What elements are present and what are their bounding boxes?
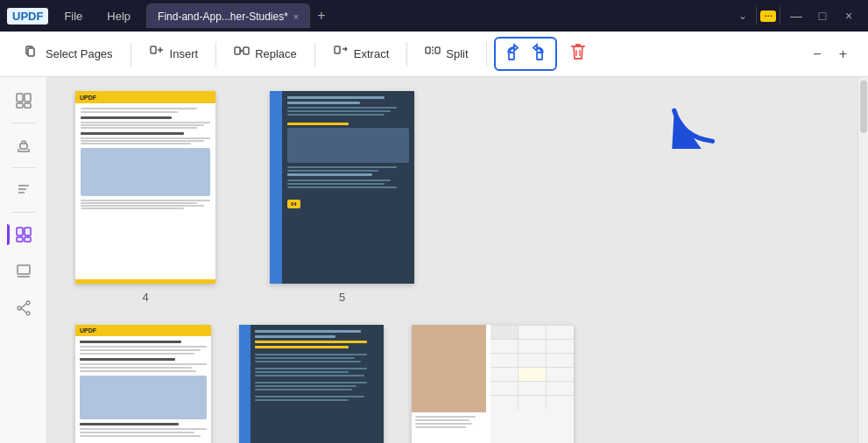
page-thumb-header: UPDF bbox=[75, 91, 215, 103]
svg-point-30 bbox=[26, 312, 30, 315]
table-row bbox=[490, 382, 574, 396]
line bbox=[287, 170, 378, 172]
line bbox=[255, 396, 364, 397]
line bbox=[81, 205, 204, 207]
svg-rect-27 bbox=[18, 265, 30, 274]
svg-rect-25 bbox=[17, 237, 23, 242]
cell bbox=[519, 368, 547, 381]
insert-icon bbox=[149, 45, 165, 64]
line bbox=[80, 363, 207, 365]
page-7-container[interactable]: UPDF bbox=[75, 325, 211, 443]
line bbox=[255, 382, 367, 383]
line bbox=[287, 102, 360, 104]
svg-rect-23 bbox=[17, 228, 23, 236]
sidebar-thumbnail-icon[interactable] bbox=[7, 84, 40, 117]
sidebar-layers-icon[interactable] bbox=[7, 255, 40, 288]
line bbox=[287, 183, 385, 185]
select-pages-button[interactable]: Select Pages bbox=[14, 39, 123, 69]
page7-logo: UPDF bbox=[80, 327, 96, 334]
page-area[interactable]: UPDF bbox=[47, 77, 857, 443]
cell bbox=[547, 368, 574, 381]
split-button[interactable]: Split bbox=[414, 39, 478, 69]
window-controls: — □ × bbox=[784, 4, 861, 28]
line bbox=[415, 423, 472, 425]
minimize-button[interactable]: — bbox=[784, 4, 808, 28]
svg-rect-9 bbox=[435, 47, 440, 53]
page-9-container[interactable]: 9 bbox=[412, 325, 574, 443]
svg-rect-11 bbox=[509, 53, 514, 60]
line bbox=[80, 349, 201, 351]
menu-help[interactable]: Help bbox=[95, 6, 143, 26]
line bbox=[415, 426, 466, 428]
scrollbar-thumb[interactable] bbox=[860, 81, 867, 133]
sidebar-organize-icon[interactable] bbox=[7, 218, 40, 251]
rotate-tool-button[interactable] bbox=[494, 37, 557, 71]
page-9-thumb[interactable] bbox=[412, 325, 574, 443]
sidebar-divider2 bbox=[11, 167, 36, 168]
page-4-container[interactable]: UPDF bbox=[75, 91, 215, 304]
page-8-thumb[interactable] bbox=[239, 325, 384, 443]
line bbox=[255, 368, 367, 369]
page-thumb-logo-text: UPDF bbox=[80, 95, 96, 101]
zoom-out-button[interactable]: − bbox=[806, 43, 828, 66]
line bbox=[287, 166, 397, 168]
page-5-thumb[interactable]: 04 bbox=[270, 91, 414, 284]
extract-button[interactable]: Extract bbox=[322, 39, 399, 69]
tab-close-button[interactable]: × bbox=[293, 11, 299, 22]
line bbox=[81, 127, 197, 129]
svg-rect-18 bbox=[25, 103, 31, 108]
section-title2 bbox=[81, 132, 184, 135]
tab-overflow[interactable]: ⌄ bbox=[733, 10, 752, 22]
cell bbox=[490, 368, 519, 381]
cell bbox=[547, 326, 574, 339]
line bbox=[255, 371, 349, 373]
menu-file[interactable]: File bbox=[52, 6, 95, 26]
replace-icon bbox=[234, 45, 250, 64]
delete-button[interactable] bbox=[561, 37, 596, 71]
tab-active[interactable]: Find-and-App...her-Studies* × bbox=[146, 4, 310, 28]
line bbox=[255, 389, 352, 390]
line bbox=[287, 110, 391, 112]
uuu-badge[interactable]: ⋯ bbox=[760, 11, 776, 22]
pages-row-1: UPDF bbox=[75, 91, 829, 304]
page8-body bbox=[239, 325, 384, 406]
replace-button[interactable]: Replace bbox=[223, 39, 307, 69]
zoom-in-button[interactable]: + bbox=[832, 43, 854, 66]
line bbox=[255, 385, 356, 387]
main-content: UPDF bbox=[0, 77, 868, 443]
sidebar-bookmark-icon[interactable] bbox=[7, 173, 40, 207]
page-bottom-strip bbox=[75, 279, 215, 284]
sidebar-share-icon[interactable] bbox=[7, 292, 40, 325]
line bbox=[80, 428, 207, 430]
cell bbox=[490, 326, 519, 339]
page7-body bbox=[75, 336, 211, 441]
cell bbox=[547, 396, 574, 410]
page-5-body: 04 bbox=[270, 91, 414, 214]
sidebar-divider1 bbox=[11, 123, 36, 123]
highlight2 bbox=[255, 346, 349, 348]
insert-button[interactable]: Insert bbox=[138, 39, 209, 69]
page-8-container[interactable]: 8 bbox=[239, 325, 384, 443]
cell bbox=[547, 340, 574, 353]
new-tab-button[interactable]: + bbox=[310, 8, 332, 24]
sidebar-stamp-icon[interactable] bbox=[7, 129, 40, 162]
page-4-thumb[interactable]: UPDF bbox=[75, 91, 215, 284]
extract-label: Extract bbox=[354, 47, 389, 60]
page-5-container[interactable]: 04 5 bbox=[270, 91, 414, 304]
line bbox=[81, 200, 210, 201]
right-scrollbar[interactable] bbox=[857, 77, 868, 443]
split-label: Split bbox=[446, 47, 468, 60]
line bbox=[81, 207, 184, 209]
page-7-thumb[interactable]: UPDF bbox=[75, 325, 211, 443]
line bbox=[81, 143, 191, 144]
select-pages-label: Select Pages bbox=[46, 47, 113, 60]
line bbox=[81, 108, 197, 109]
close-button[interactable]: × bbox=[836, 4, 861, 28]
table-row bbox=[490, 354, 574, 368]
rotate-right-icon bbox=[527, 43, 547, 65]
svg-line-33 bbox=[21, 308, 26, 313]
page-5-number: 5 bbox=[339, 291, 345, 304]
table-row bbox=[490, 368, 574, 382]
maximize-button[interactable]: □ bbox=[810, 4, 835, 28]
split-icon bbox=[425, 45, 441, 64]
